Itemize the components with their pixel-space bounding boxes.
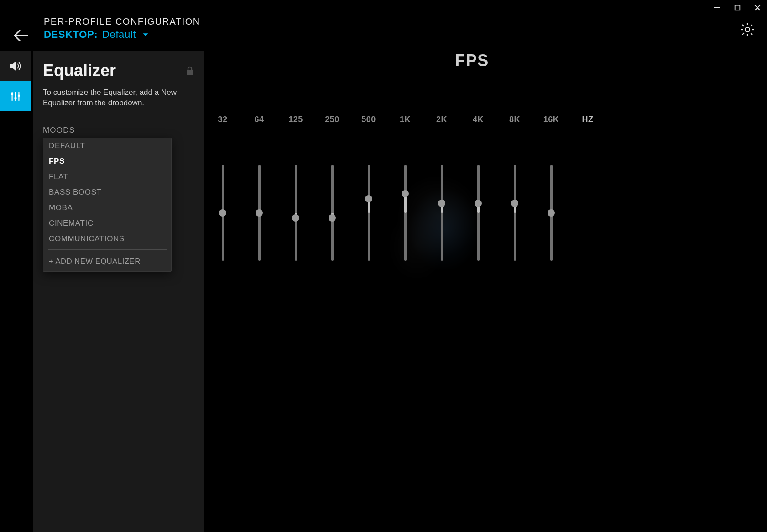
- gear-icon: [740, 22, 755, 37]
- slider-track: [477, 165, 480, 261]
- slider-thumb[interactable]: [256, 209, 263, 217]
- header: PER-PROFILE CONFIGURATION DESKTOP: Defau…: [11, 16, 730, 51]
- window-controls: [713, 4, 762, 12]
- slider-thumb[interactable]: [219, 209, 226, 217]
- add-new-equalizer[interactable]: + ADD NEW EQUALIZER: [43, 253, 171, 271]
- slider-thumb[interactable]: [548, 209, 555, 217]
- band-slider-4K[interactable]: [460, 165, 496, 261]
- slider-thumb[interactable]: [402, 190, 409, 197]
- lock-icon: [185, 66, 194, 76]
- window-minimize-button[interactable]: [713, 4, 721, 12]
- slider-track: [404, 165, 407, 261]
- mood-item-cinematic[interactable]: CINEMATIC: [43, 216, 171, 231]
- window-close-button[interactable]: [753, 4, 762, 12]
- slider-track: [222, 165, 224, 261]
- slider-track: [368, 165, 370, 261]
- svg-rect-1: [735, 5, 740, 10]
- band-label-250: 250: [314, 115, 350, 124]
- band-label-500: 500: [350, 115, 387, 124]
- sidebar-rail: [0, 51, 31, 111]
- band-slider-250[interactable]: [314, 165, 350, 261]
- band-slider-32[interactable]: [204, 165, 241, 261]
- band-labels-row: 32641252505001K2K4K8K16KHZ: [204, 115, 740, 124]
- equalizer-area: FPS 32641252505001K2K4K8K16KHZ: [204, 51, 767, 532]
- band-sliders-row: [204, 165, 740, 261]
- svg-rect-20: [11, 93, 13, 95]
- svg-line-12: [742, 25, 744, 26]
- panel-description: To customize the Equalizer, add a New Eq…: [43, 88, 189, 108]
- slider-thumb[interactable]: [365, 195, 372, 202]
- slider-track: [331, 165, 334, 261]
- slider-track: [550, 165, 553, 261]
- profile-value: Default: [102, 29, 136, 41]
- chevron-down-icon: [141, 30, 151, 40]
- band-unit-label: HZ: [569, 115, 606, 124]
- band-label-1K: 1K: [387, 115, 423, 124]
- rail-tab-equalizer[interactable]: [0, 81, 31, 111]
- mood-item-moba[interactable]: MOBA: [43, 200, 171, 216]
- svg-marker-5: [143, 33, 148, 36]
- band-label-64: 64: [241, 115, 277, 124]
- window-maximize-button[interactable]: [733, 4, 741, 12]
- slider-track: [258, 165, 261, 261]
- slider-thumb[interactable]: [511, 200, 518, 207]
- band-slider-1K[interactable]: [387, 165, 423, 261]
- slider-thumb[interactable]: [329, 214, 336, 222]
- page-title: PER-PROFILE CONFIGURATION: [44, 16, 200, 27]
- band-label-32: 32: [204, 115, 241, 124]
- profile-selector[interactable]: DESKTOP: Default: [44, 29, 200, 41]
- svg-line-13: [751, 33, 752, 35]
- mood-item-default[interactable]: DEFAULT: [43, 138, 171, 154]
- svg-rect-21: [15, 97, 17, 99]
- svg-line-15: [751, 25, 752, 26]
- slider-thumb[interactable]: [292, 214, 299, 222]
- band-label-8K: 8K: [496, 115, 533, 124]
- rail-tab-acoustics[interactable]: [0, 51, 31, 81]
- svg-marker-16: [10, 61, 16, 71]
- band-label-2K: 2K: [423, 115, 460, 124]
- svg-line-14: [742, 33, 744, 35]
- band-slider-500[interactable]: [350, 165, 387, 261]
- mood-item-flat[interactable]: FLAT: [43, 169, 171, 185]
- profile-label: DESKTOP:: [44, 29, 98, 41]
- moods-label: MOODS: [43, 126, 194, 135]
- svg-rect-22: [18, 95, 20, 97]
- band-slider-16K[interactable]: [533, 165, 569, 261]
- band-slider-8K[interactable]: [496, 165, 533, 261]
- settings-button[interactable]: [740, 22, 755, 37]
- side-panel: Equalizer To customize the Equalizer, ad…: [33, 51, 204, 532]
- band-label-16K: 16K: [533, 115, 569, 124]
- sliders-icon: [9, 90, 22, 103]
- slider-track: [295, 165, 297, 261]
- svg-point-7: [745, 27, 750, 32]
- band-slider-125[interactable]: [277, 165, 314, 261]
- mood-item-bass-boost[interactable]: BASS BOOST: [43, 185, 171, 200]
- mood-item-communications[interactable]: COMMUNICATIONS: [43, 231, 171, 247]
- moods-dropdown[interactable]: DEFAULTFPSFLATBASS BOOSTMOBACINEMATICCOM…: [43, 138, 172, 272]
- panel-title: Equalizer: [43, 61, 116, 80]
- speaker-icon: [9, 59, 22, 73]
- band-slider-64[interactable]: [241, 165, 277, 261]
- slider-track: [514, 165, 516, 261]
- slider-track: [441, 165, 443, 261]
- band-slider-2K[interactable]: [423, 165, 460, 261]
- slider-thumb[interactable]: [475, 200, 482, 207]
- band-label-125: 125: [277, 115, 314, 124]
- back-button[interactable]: [11, 26, 31, 46]
- mood-item-fps[interactable]: FPS: [43, 154, 171, 169]
- band-label-4K: 4K: [460, 115, 496, 124]
- svg-rect-23: [187, 70, 193, 75]
- equalizer-preset-title: FPS: [204, 51, 740, 70]
- slider-thumb[interactable]: [438, 200, 445, 207]
- divider: [48, 249, 167, 250]
